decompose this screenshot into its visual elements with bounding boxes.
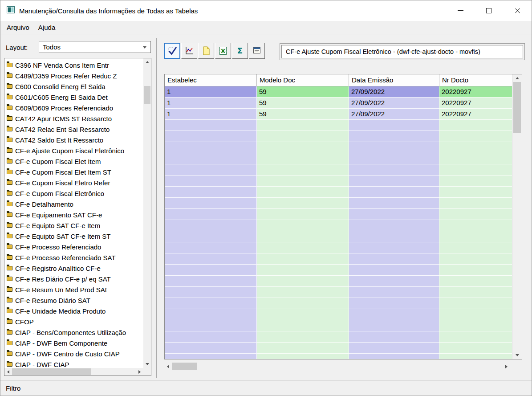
- grid-row[interactable]: [165, 253, 513, 265]
- list-item[interactable]: CFOP: [5, 316, 143, 327]
- new-document-button[interactable]: [198, 43, 214, 59]
- grid-cell[interactable]: 1: [165, 109, 257, 120]
- list-item[interactable]: CF-e Equipto SAT CF-e Item: [5, 220, 143, 231]
- grid-cell[interactable]: 59: [257, 98, 349, 109]
- grid-cell[interactable]: [257, 309, 349, 320]
- grid-cell[interactable]: [257, 120, 349, 131]
- grid-cell[interactable]: [349, 220, 439, 231]
- grid-cell[interactable]: [257, 198, 349, 209]
- grid-cell[interactable]: [257, 176, 349, 187]
- grid-cell[interactable]: [165, 354, 257, 359]
- menu-ajuda[interactable]: Ajuda: [34, 22, 60, 33]
- grid-row[interactable]: 15927/09/202220220927: [165, 98, 513, 109]
- grid-cell[interactable]: [257, 331, 349, 343]
- grid-column-header[interactable]: Estabelec: [165, 74, 257, 86]
- list-item[interactable]: CF-e Cupom Fiscal Elet Item ST: [5, 167, 143, 177]
- grid-cell[interactable]: [257, 320, 349, 331]
- list-item[interactable]: CF-e Res Diário CF-e p/ eq SAT: [5, 274, 143, 284]
- grid-cell[interactable]: [439, 265, 513, 276]
- grid-cell[interactable]: [165, 276, 257, 287]
- list-vscroll-thumb[interactable]: [144, 86, 150, 104]
- list-item[interactable]: CIAP - DWF CIAP: [5, 359, 143, 367]
- list-item[interactable]: C601/C605 Energ El Saida Det: [5, 92, 143, 102]
- export-excel-button[interactable]: X: [215, 43, 231, 59]
- grid-cell[interactable]: [165, 153, 257, 164]
- grid-cell[interactable]: [439, 331, 513, 343]
- grid-cell[interactable]: [439, 276, 513, 287]
- grid-cell[interactable]: [257, 231, 349, 242]
- grid-cell[interactable]: [257, 287, 349, 298]
- grid-row[interactable]: [165, 176, 513, 187]
- grid-row[interactable]: [165, 320, 513, 331]
- grid-row[interactable]: [165, 276, 513, 287]
- grid-cell[interactable]: 1: [165, 86, 257, 98]
- grid-row[interactable]: [165, 164, 513, 176]
- grid-row[interactable]: [165, 343, 513, 354]
- list-item[interactable]: CF-e Equipamento SAT CF-e: [5, 209, 143, 220]
- grid-cell[interactable]: [257, 220, 349, 231]
- grid-row[interactable]: [165, 220, 513, 231]
- grid-cell[interactable]: [439, 176, 513, 187]
- grid-cell[interactable]: [165, 187, 257, 198]
- maximize-button[interactable]: [475, 0, 503, 21]
- grid-cell[interactable]: [165, 176, 257, 187]
- grid-cell[interactable]: [165, 265, 257, 276]
- grid-cell[interactable]: [349, 120, 439, 131]
- grid-cell[interactable]: [257, 354, 349, 359]
- grid-cell[interactable]: [165, 320, 257, 331]
- grid-cell[interactable]: [349, 198, 439, 209]
- layout-combobox[interactable]: Todos: [39, 41, 151, 53]
- grid-cell[interactable]: [349, 343, 439, 354]
- sum-button[interactable]: Σ: [232, 43, 248, 59]
- grid-cell[interactable]: [165, 131, 257, 142]
- grid-column-header[interactable]: Nr Docto: [439, 74, 513, 86]
- minimize-button[interactable]: [446, 0, 475, 21]
- grid-cell[interactable]: 59: [257, 86, 349, 98]
- list-hscroll-thumb[interactable]: [12, 368, 91, 375]
- list-item[interactable]: CAT42 Saldo Est It Ressarcto: [5, 135, 143, 145]
- list-item[interactable]: CF-e Ajuste Cupom Fiscal Eletrônico: [5, 145, 143, 156]
- grid-cell[interactable]: [439, 187, 513, 198]
- list-item[interactable]: CIAP - DWF Bem Componente: [5, 338, 143, 348]
- grid-cell[interactable]: [349, 354, 439, 359]
- grid-hscroll-thumb[interactable]: [172, 363, 197, 370]
- grid-cell[interactable]: [439, 209, 513, 220]
- grid-cell[interactable]: [349, 265, 439, 276]
- grid-cell[interactable]: 27/09/2022: [349, 109, 439, 120]
- grid-column-header[interactable]: Data Emissão: [349, 74, 439, 86]
- grid-cell[interactable]: [257, 187, 349, 198]
- grid-row[interactable]: [165, 153, 513, 164]
- grid-cell[interactable]: 20220927: [439, 98, 513, 109]
- grid-row[interactable]: [165, 265, 513, 276]
- grid-cell[interactable]: [349, 287, 439, 298]
- grid-cell[interactable]: [439, 354, 513, 359]
- grid-cell[interactable]: [349, 164, 439, 176]
- grid-cell[interactable]: [257, 164, 349, 176]
- grid-cell[interactable]: [439, 343, 513, 354]
- grid-cell[interactable]: [349, 231, 439, 242]
- grid-cell[interactable]: [257, 298, 349, 309]
- grid-cell[interactable]: [257, 253, 349, 265]
- grid-cell[interactable]: [439, 131, 513, 142]
- grid-cell[interactable]: [257, 343, 349, 354]
- panel-splitter[interactable]: [156, 38, 157, 378]
- list-item[interactable]: CF-e Equipto SAT CF-e Item ST: [5, 231, 143, 241]
- grid-row[interactable]: [165, 298, 513, 309]
- properties-button[interactable]: [249, 43, 265, 59]
- grid-cell[interactable]: [439, 198, 513, 209]
- grid-cell[interactable]: [349, 142, 439, 153]
- grid-row[interactable]: [165, 242, 513, 253]
- grid-cell[interactable]: [439, 320, 513, 331]
- list-item[interactable]: CAT42 Apur ICMS ST Ressarcto: [5, 113, 143, 124]
- grid-cell[interactable]: 20220927: [439, 86, 513, 98]
- grid-cell[interactable]: [349, 209, 439, 220]
- grid-cell[interactable]: [349, 242, 439, 253]
- grid-scroll-right-button[interactable]: [503, 362, 510, 371]
- grid-cell[interactable]: [257, 242, 349, 253]
- grid-cell[interactable]: [165, 120, 257, 131]
- grid-cell[interactable]: [439, 153, 513, 164]
- scroll-up-button[interactable]: [143, 58, 151, 66]
- list-item[interactable]: CF-e Resumo Diário SAT: [5, 295, 143, 306]
- grid-cell[interactable]: [349, 309, 439, 320]
- list-horizontal-scrollbar[interactable]: [4, 368, 143, 376]
